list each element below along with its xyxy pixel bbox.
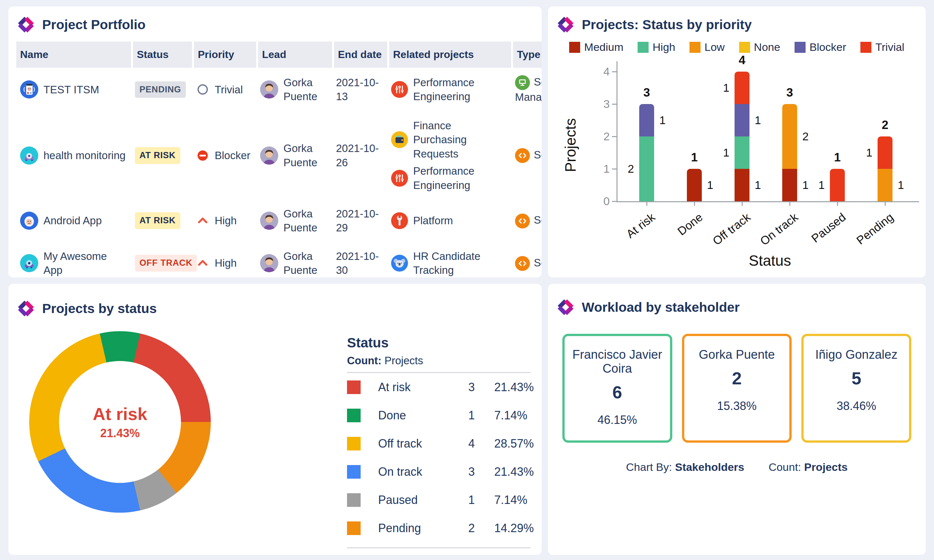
stakeholder-name: Francisco Javier Coira bbox=[569, 348, 666, 375]
column-header-priority[interactable]: Priority bbox=[192, 42, 256, 68]
status-percent: 7.14% bbox=[494, 409, 530, 422]
project-name-cell: TEST ITSM bbox=[16, 68, 131, 111]
column-header-name[interactable]: Name bbox=[16, 42, 131, 68]
project-name-link[interactable]: Android App bbox=[43, 214, 102, 228]
column-header-lead[interactable]: Lead bbox=[256, 42, 332, 68]
status-count: 3 bbox=[449, 465, 494, 478]
legend-item-high[interactable]: High bbox=[638, 41, 675, 54]
status-by-priority-title: Projects: Status by priority bbox=[582, 17, 752, 32]
project-name-link[interactable]: My Awesome App bbox=[43, 249, 127, 277]
status-legend-row-paused[interactable]: Paused17.14% bbox=[347, 486, 530, 514]
related-projects-cell: Performance Engineering bbox=[387, 68, 511, 111]
segment-value-label: 1 bbox=[866, 146, 872, 159]
bar-segment-blocker[interactable] bbox=[639, 104, 654, 137]
bar-segment-trivial[interactable] bbox=[735, 72, 749, 104]
status-legend-row-pending[interactable]: Pending214.29% bbox=[347, 514, 530, 542]
lead-avatar bbox=[260, 212, 278, 230]
related-project-link[interactable]: Finance Purchasing Requests bbox=[413, 118, 507, 161]
project-name-cell: Android App bbox=[16, 200, 131, 242]
stakeholder-percent: 15.38% bbox=[689, 399, 785, 413]
bar-segment-trivial[interactable] bbox=[878, 137, 892, 169]
segment-value-label: 1 bbox=[755, 114, 761, 127]
status-cell: PENDING bbox=[131, 68, 192, 111]
segment-value-label: 1 bbox=[755, 178, 761, 192]
column-header-status[interactable]: Status bbox=[131, 42, 192, 68]
bar-segment-low[interactable] bbox=[878, 169, 892, 201]
divider bbox=[347, 548, 530, 548]
lead-cell: Gorka Puente bbox=[256, 242, 332, 277]
lead-name-link[interactable]: Gorka Puente bbox=[284, 207, 328, 235]
related-project-link[interactable]: HR Candidate Tracking bbox=[413, 249, 507, 277]
project-test-itsm-icon bbox=[20, 80, 38, 98]
bar-segment-blocker[interactable] bbox=[735, 104, 749, 137]
project-name-link[interactable]: health monitoring bbox=[43, 148, 125, 163]
projects-by-status-title: Projects by status bbox=[42, 301, 157, 316]
related-project-item: Performance Engineering bbox=[391, 75, 507, 104]
status-legend-row-at-risk[interactable]: At risk321.43% bbox=[347, 373, 530, 401]
legend-item-low[interactable]: Low bbox=[689, 41, 724, 54]
type-label: Software bbox=[534, 257, 542, 269]
column-header-type[interactable]: Type bbox=[511, 42, 542, 68]
related-project-link[interactable]: Performance Engineering bbox=[413, 164, 507, 192]
status-label: Pending bbox=[378, 522, 449, 535]
count-value: Projects bbox=[804, 461, 848, 473]
segment-value-label: 1 bbox=[659, 114, 666, 127]
status-percent: 7.14% bbox=[494, 493, 530, 507]
status-percent: 21.43% bbox=[494, 465, 534, 478]
performance-engineering-icon bbox=[391, 81, 408, 98]
status-cell: AT RISK bbox=[131, 200, 192, 242]
status-legend-row-on-track[interactable]: On track321.43% bbox=[347, 458, 530, 486]
status-legend-row-off-track[interactable]: Off track428.57% bbox=[347, 429, 530, 458]
project-health-monitoring-icon bbox=[20, 146, 38, 165]
type-label: Software bbox=[534, 149, 542, 161]
project-portfolio-panel: Project Portfolio NameStatusPriorityLead… bbox=[8, 6, 542, 277]
segment-value-label: 1 bbox=[707, 178, 713, 192]
status-legend-count-line: Count: Projects bbox=[347, 355, 530, 367]
workload-panel: Workload by stakeholder Francisco Javier… bbox=[548, 284, 926, 555]
column-header-end-date[interactable]: End date bbox=[332, 42, 387, 68]
bar-segment-trivial[interactable] bbox=[830, 169, 845, 201]
legend-item-trivial[interactable]: Trivial bbox=[860, 41, 904, 54]
lead-name-link[interactable]: Gorka Puente bbox=[284, 249, 328, 277]
legend-item-none[interactable]: None bbox=[739, 41, 780, 54]
bar-segment-low[interactable] bbox=[782, 104, 797, 169]
bar-segment-medium[interactable] bbox=[782, 169, 797, 201]
lead-cell: Gorka Puente bbox=[256, 111, 332, 200]
segment-value-label: 1 bbox=[723, 146, 729, 159]
stakeholder-count: 5 bbox=[808, 368, 905, 388]
legend-swatch bbox=[569, 42, 580, 53]
bar-segment-medium[interactable] bbox=[687, 169, 702, 201]
status-label: Off track bbox=[378, 437, 449, 451]
related-project-link[interactable]: Platform bbox=[413, 214, 453, 228]
chart-by-label: Chart By: bbox=[626, 461, 672, 473]
project-name-link[interactable]: TEST ITSM bbox=[43, 83, 99, 97]
legend-label: Trivial bbox=[875, 41, 904, 54]
bar-total-label: 3 bbox=[786, 86, 793, 100]
project-name-cell: My Awesome App bbox=[16, 242, 131, 277]
bar-segment-high[interactable] bbox=[639, 137, 654, 201]
bar-segment-high[interactable] bbox=[735, 137, 749, 169]
legend-item-blocker[interactable]: Blocker bbox=[795, 41, 846, 54]
status-cell: OFF TRACK bbox=[131, 242, 192, 277]
stakeholder-percent: 38.46% bbox=[808, 399, 905, 413]
lead-cell: Gorka Puente bbox=[256, 68, 332, 111]
table-row: TEST ITSMPENDINGTrivialGorka Puente2021-… bbox=[16, 68, 542, 111]
y-tick-label: 4 bbox=[590, 65, 610, 78]
bar-chart-xlabel: Status bbox=[749, 252, 791, 269]
priority-high-icon bbox=[196, 214, 210, 228]
column-header-related-projects[interactable]: Related projects bbox=[387, 42, 511, 68]
legend-item-medium[interactable]: Medium bbox=[569, 41, 623, 54]
end-date-cell: 2021-10-29 bbox=[332, 200, 387, 242]
lead-name-link[interactable]: Gorka Puente bbox=[284, 75, 328, 104]
table-row: Android AppAT RISKHighGorka Puente2021-1… bbox=[16, 200, 542, 242]
status-legend-row-done[interactable]: Done17.14% bbox=[347, 401, 530, 429]
related-project-link[interactable]: Performance Engineering bbox=[413, 75, 507, 104]
lead-cell: Gorka Puente bbox=[256, 200, 332, 242]
bar-segment-medium[interactable] bbox=[735, 169, 749, 201]
y-tick-label: 3 bbox=[590, 97, 610, 111]
chart-by-value: Stakeholders bbox=[675, 461, 744, 473]
status-donut-chart[interactable]: At risk 21.43% bbox=[29, 331, 211, 513]
related-project-item: Performance Engineering bbox=[391, 164, 507, 192]
lead-name-link[interactable]: Gorka Puente bbox=[284, 141, 328, 169]
status-swatch bbox=[347, 465, 361, 478]
